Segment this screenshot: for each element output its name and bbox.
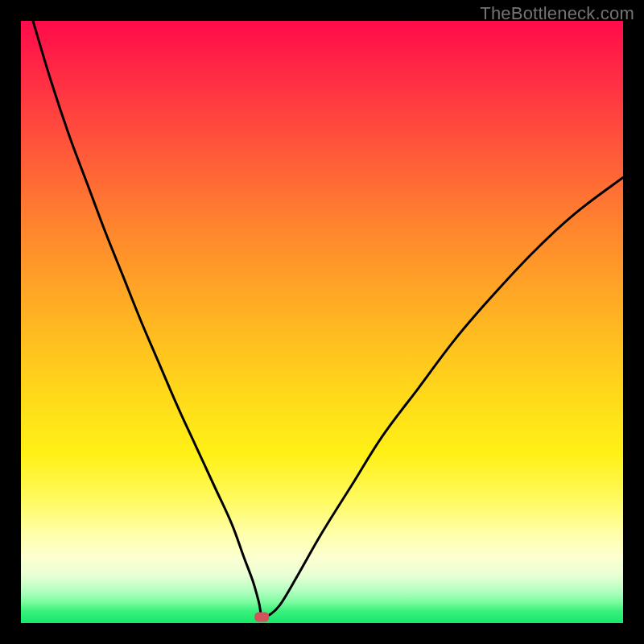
svg-rect-0 [254, 613, 269, 622]
chart-frame: TheBottleneck.com [0, 0, 644, 644]
plot-area [21, 21, 623, 623]
watermark-text: TheBottleneck.com [480, 3, 634, 24]
bottleneck-curve [21, 21, 623, 623]
